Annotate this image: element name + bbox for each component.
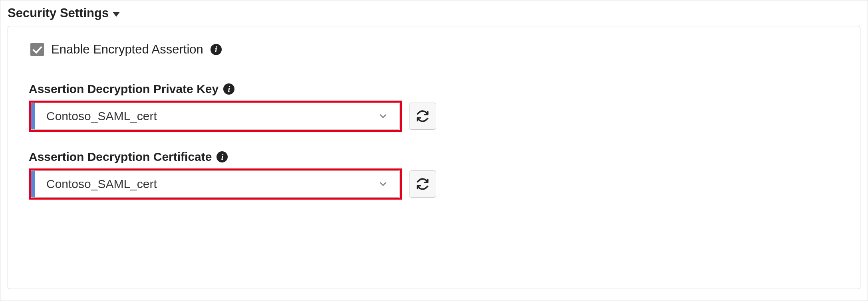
- private-key-controls: Contoso_SAML_cert: [29, 101, 839, 132]
- enable-encrypted-row: Enable Encrypted Assertion i: [30, 42, 839, 57]
- security-settings-page: Security Settings Enable Encrypted Asser…: [0, 0, 868, 301]
- private-key-label-row: Assertion Decryption Private Key i: [29, 82, 839, 96]
- settings-panel: Enable Encrypted Assertion i Assertion D…: [8, 26, 860, 289]
- refresh-icon: [416, 109, 429, 123]
- certificate-value: Contoso_SAML_cert: [35, 177, 378, 191]
- certificate-refresh-button[interactable]: [409, 170, 436, 198]
- enable-encrypted-checkbox[interactable]: [30, 43, 44, 56]
- info-icon[interactable]: i: [223, 83, 234, 95]
- refresh-icon: [416, 177, 429, 191]
- private-key-field: Assertion Decryption Private Key i Conto…: [29, 82, 839, 132]
- private-key-value: Contoso_SAML_cert: [35, 109, 378, 123]
- dropdown-accent: [31, 171, 35, 197]
- certificate-label: Assertion Decryption Certificate: [29, 150, 212, 164]
- certificate-controls: Contoso_SAML_cert: [29, 168, 839, 200]
- highlight-box: Contoso_SAML_cert: [29, 101, 402, 132]
- certificate-label-row: Assertion Decryption Certificate i: [29, 150, 839, 164]
- private-key-dropdown[interactable]: Contoso_SAML_cert: [31, 103, 400, 130]
- dropdown-accent: [31, 103, 35, 129]
- highlight-box: Contoso_SAML_cert: [29, 168, 402, 200]
- enable-encrypted-label: Enable Encrypted Assertion: [51, 42, 203, 57]
- info-icon[interactable]: i: [211, 44, 222, 55]
- section-header[interactable]: Security Settings: [8, 6, 860, 20]
- private-key-refresh-button[interactable]: [409, 103, 436, 130]
- info-icon[interactable]: i: [217, 151, 228, 162]
- caret-down-icon: [113, 12, 120, 17]
- section-title: Security Settings: [8, 6, 109, 20]
- certificate-dropdown[interactable]: Contoso_SAML_cert: [31, 170, 400, 198]
- private-key-label: Assertion Decryption Private Key: [29, 82, 218, 96]
- chevron-down-icon: [378, 179, 388, 189]
- certificate-field: Assertion Decryption Certificate i Conto…: [29, 150, 839, 200]
- chevron-down-icon: [378, 111, 388, 121]
